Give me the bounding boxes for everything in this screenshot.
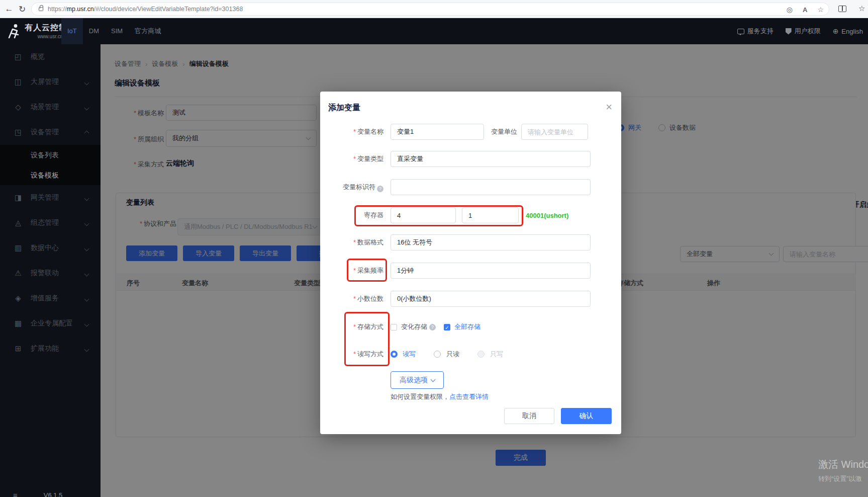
sidebar-item-label: 场景管理: [31, 103, 59, 112]
alarm-icon: ⚠: [13, 269, 23, 278]
storage-all-label[interactable]: 全部存储: [454, 322, 480, 332]
lock-icon: [39, 7, 43, 11]
config-icon: ◬: [13, 218, 23, 227]
variable-name-input[interactable]: [391, 124, 484, 140]
url-text[interactable]: https://mp.usr.cn/#/cloud/device/ViewEdi…: [48, 6, 243, 13]
nav-right-shield[interactable]: 用户权限: [786, 27, 821, 36]
confirm-button[interactable]: 确认: [561, 408, 612, 424]
sidebar-item[interactable]: ◳设备管理: [0, 120, 101, 145]
storage-all-checkbox[interactable]: ✓: [444, 324, 450, 330]
nav-right-globe[interactable]: ⊕English: [833, 28, 863, 35]
storage-change-checkbox[interactable]: [391, 324, 397, 330]
chevron-down-icon: [85, 269, 88, 277]
chevron-down-icon: [85, 194, 88, 202]
back-icon[interactable]: ←: [2, 0, 16, 18]
read-aloud-icon[interactable]: A: [803, 6, 807, 14]
chevron-down-icon: [431, 377, 436, 382]
vas-icon: ◈: [13, 294, 23, 303]
scene-icon: ◇: [13, 103, 23, 112]
cancel-button[interactable]: 取消: [504, 408, 554, 424]
chevron-down-icon: [85, 319, 88, 327]
help-icon[interactable]: ?: [377, 186, 383, 192]
view-details-link[interactable]: 点击查看详情: [449, 393, 489, 400]
split-screen-icon[interactable]: [838, 6, 846, 12]
refresh-icon[interactable]: ↻: [15, 0, 29, 18]
storage-change-label[interactable]: 变化存储: [401, 322, 427, 332]
sidebar-item[interactable]: ⚠报警联动: [0, 261, 101, 286]
app-version: V6.1.5: [44, 491, 63, 497]
nav-tab-IoT[interactable]: IoT: [61, 18, 83, 44]
read-only-radio[interactable]: [434, 351, 441, 358]
geolocation-icon[interactable]: ◎: [787, 6, 793, 14]
chevron-down-icon: [85, 345, 88, 353]
sidebar-item[interactable]: ◨网关管理: [0, 185, 101, 210]
nav-tab-SIM[interactable]: SIM: [105, 18, 129, 44]
top-navbar: 有人云控制台 www.usr.cn IoTDMSIM官方商城 服务支持用户权限⊕…: [0, 18, 868, 44]
person-logo-icon: [6, 23, 21, 39]
storage-mode-row: *存储方式 变化存储 ? ✓ 全部存储: [324, 319, 480, 335]
address-bar[interactable]: https://mp.usr.cn/#/cloud/device/ViewEdi…: [31, 3, 829, 16]
variable-name-row: *变量名称 变量单位: [324, 124, 588, 140]
collapse-sidebar-icon[interactable]: ≡: [13, 491, 18, 497]
help-icon[interactable]: ?: [429, 324, 436, 330]
nav-tab-官方商城[interactable]: 官方商城: [129, 18, 167, 44]
register-hint: 40001(ushort): [526, 212, 568, 219]
identifier-row: 变量标识符?: [324, 179, 591, 195]
sidebar-item[interactable]: ◇场景管理: [0, 95, 101, 120]
write-only-radio[interactable]: [477, 351, 485, 358]
sidebar-item-label: 网关管理: [31, 193, 59, 202]
overview-icon: ◰: [13, 52, 23, 61]
register-address-input[interactable]: [462, 207, 519, 223]
add-variable-dialog: 添加变量 × *变量名称 变量单位 *变量类型 直采变量 变量标识符? 寄存器 …: [320, 92, 621, 434]
sidebar-subitem[interactable]: 设备列表: [0, 145, 101, 165]
sidebar-item-label: 概览: [31, 52, 45, 61]
variable-type-label: *变量类型: [324, 154, 389, 163]
register-row: 寄存器 4 40001(ushort): [324, 207, 568, 223]
dialog-title: 添加变量: [328, 103, 360, 113]
sidebar-item[interactable]: ◰概览: [0, 44, 101, 69]
data-format-select[interactable]: 16位 无符号: [391, 234, 591, 251]
close-icon[interactable]: ×: [606, 102, 612, 113]
read-write-radio-label[interactable]: 读写: [403, 350, 416, 359]
chevron-down-icon: [85, 219, 88, 227]
variable-unit-input[interactable]: [521, 124, 588, 140]
advanced-options-button[interactable]: 高级选项: [391, 371, 444, 389]
nav-right-chat[interactable]: 服务支持: [737, 27, 774, 36]
chevron-down-icon: [85, 78, 88, 86]
read-only-radio-label[interactable]: 只读: [446, 350, 459, 359]
collect-frequency-select[interactable]: 1分钟: [391, 263, 591, 279]
sidebar-item-label: 大屏管理: [31, 77, 59, 87]
sidebar-item-label: 组态管理: [31, 218, 59, 227]
decimal-places-select[interactable]: 0(小数位数): [391, 291, 591, 307]
sidebar-item[interactable]: ◬组态管理: [0, 210, 101, 235]
sidebar-item-label: 设备管理: [31, 128, 59, 137]
topnav-right: 服务支持用户权限⊕English: [737, 18, 863, 44]
favorite-star-icon[interactable]: ☆: [817, 6, 824, 14]
chevron-down-icon: [85, 294, 88, 302]
extension-icon: ⊞: [13, 344, 23, 353]
device-icon: ◳: [13, 128, 23, 137]
sidebar-item[interactable]: ▥数据中心: [0, 235, 101, 261]
sidebar-item-label: 企业专属配置: [31, 319, 73, 328]
data-icon: ▥: [13, 243, 23, 253]
shield-icon: [786, 28, 792, 35]
sidebar-item[interactable]: ▦企业专属配置: [0, 311, 101, 336]
variable-type-select[interactable]: 直采变量: [391, 151, 591, 167]
sidebar-item[interactable]: ◫大屏管理: [0, 69, 101, 95]
windows-activation-watermark: 激活 Windows 转到“设置”以激: [818, 458, 868, 483]
data-format-label: *数据格式: [324, 238, 389, 247]
chevron-up-icon: [85, 128, 88, 136]
identifier-input[interactable]: [391, 179, 591, 195]
sidebar-subitem[interactable]: 设备模板: [0, 165, 101, 185]
gateway-icon: ◨: [13, 193, 23, 202]
sidebar-item-label: 扩展功能: [31, 344, 59, 353]
nav-tab-DM[interactable]: DM: [83, 18, 105, 44]
read-write-radio[interactable]: [391, 351, 398, 358]
sidebar-item[interactable]: ◈增值服务: [0, 286, 101, 311]
chevron-down-icon: [85, 103, 88, 111]
sidebar-item[interactable]: ⊞扩展功能: [0, 336, 101, 361]
collections-icon[interactable]: ☆: [858, 4, 865, 13]
register-type-select[interactable]: 4: [391, 207, 456, 223]
data-format-row: *数据格式 16位 无符号: [324, 234, 591, 251]
sidebar-item-label: 增值服务: [31, 294, 59, 303]
